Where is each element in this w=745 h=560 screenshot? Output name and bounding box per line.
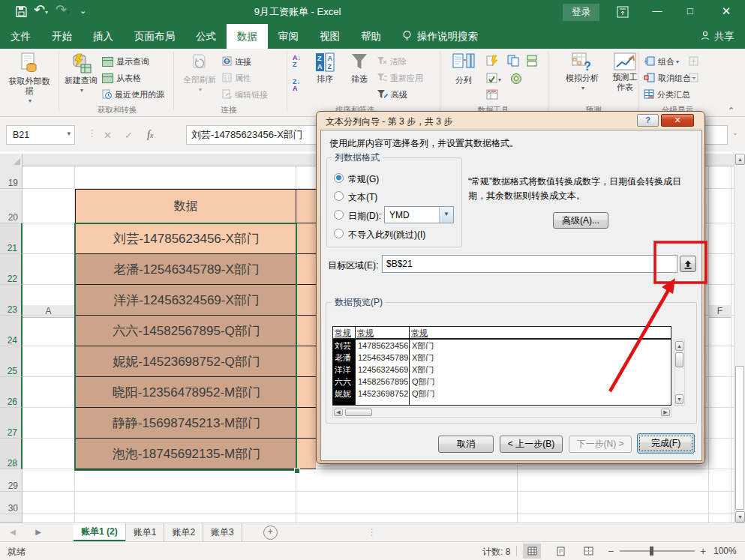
cell-b23[interactable]: 洋洋-12456324569-X部门 <box>76 285 297 316</box>
zoom-slider-thumb[interactable] <box>650 547 653 556</box>
scroll-up-icon[interactable]: ▲ <box>735 154 745 165</box>
fill-handle[interactable] <box>294 468 300 474</box>
preview-vscroll-thumb[interactable] <box>675 352 683 367</box>
filter-button[interactable]: 筛选 <box>345 52 374 84</box>
maximize-button[interactable]: □ <box>675 0 705 24</box>
tab-help[interactable]: 帮助 <box>350 24 392 49</box>
vertical-scroll-thumb[interactable] <box>735 366 744 510</box>
preview-col2-format[interactable]: 常规 <box>357 327 374 339</box>
radio-text-label[interactable]: 文本(T) <box>348 191 377 204</box>
scroll-down-icon[interactable]: ▼ <box>735 511 745 523</box>
ribbon-display-options-icon[interactable] <box>617 6 629 21</box>
radio-text[interactable] <box>334 191 344 201</box>
cell-b25[interactable]: 妮妮-14523698752-Q部门 <box>76 346 297 377</box>
radio-date[interactable] <box>334 210 344 220</box>
preview-vertical-scrollbar[interactable]: ▲ ▼ <box>674 340 685 406</box>
insert-function-icon[interactable]: fx <box>147 129 153 141</box>
cell-c20-sliver[interactable] <box>296 189 316 223</box>
subtotal-button[interactable]: 分类汇总 <box>644 87 690 102</box>
collapse-ribbon-chevron-icon[interactable]: ⌃ <box>728 106 734 115</box>
group-button[interactable]: 组合▾ <box>644 54 679 69</box>
manage-data-model-icon[interactable] <box>486 89 498 103</box>
radio-general-label[interactable]: 常规(G) <box>348 173 379 186</box>
dialog-help-button[interactable]: ? <box>637 114 659 127</box>
preview-scroll-left-icon[interactable]: ◀ <box>334 409 343 416</box>
show-queries-button[interactable]: 显示查询 <box>102 54 149 69</box>
sheet-tab-bill1-2[interactable]: 账单1 (2) <box>74 523 125 541</box>
tab-insert[interactable]: 插入 <box>83 24 124 49</box>
dropdown-arrow-icon[interactable]: ▼ <box>439 207 453 223</box>
collapse-dialog-button[interactable] <box>680 256 696 272</box>
new-sheet-button[interactable]: + <box>263 526 278 540</box>
cell-b21[interactable]: 刘芸-14785623456-X部门 <box>76 223 297 254</box>
destination-input[interactable] <box>382 255 677 273</box>
close-button[interactable]: ✕ <box>711 0 741 24</box>
zoom-slider-track[interactable] <box>620 550 695 552</box>
select-all-corner[interactable] <box>0 154 23 166</box>
tell-me-search[interactable]: 操作说明搜索 <box>392 24 488 49</box>
tab-data[interactable]: 数据 <box>227 24 268 49</box>
zoom-level[interactable]: 100% <box>713 546 737 556</box>
tab-file[interactable]: 文件 <box>0 24 41 49</box>
advanced-filter-button[interactable]: 高级 <box>377 87 407 102</box>
back-button[interactable]: < 上一步(B) <box>500 436 563 453</box>
sort-button[interactable]: ZAAZ 排序 <box>309 52 341 84</box>
remove-duplicates-icon[interactable] <box>507 55 519 70</box>
ungroup-button[interactable]: 取消组合▾ <box>644 70 695 85</box>
cell-b28[interactable]: 泡泡-18745692135-M部门 <box>76 439 297 469</box>
sort-desc-button[interactable]: Z↓A <box>293 79 300 92</box>
data-validation-icon[interactable]: ▾ <box>486 73 504 88</box>
preview-table[interactable]: 常规 常规 常规 刘芸 老潘 洋洋 六六 妮妮 14785623456 1254… <box>332 326 671 406</box>
name-box-dropdown-icon[interactable]: ▾ <box>67 130 71 137</box>
tab-home[interactable]: 开始 <box>41 24 83 49</box>
get-external-data-button[interactable]: 获取外部数据▾ <box>6 52 53 106</box>
row-header-19[interactable]: 19 <box>0 166 23 189</box>
row-header-24[interactable]: 24 <box>0 316 23 346</box>
radio-skip-label[interactable]: 不导入此列(跳过)(I) <box>348 229 425 241</box>
sheet-tab-bill1[interactable]: 账单1 <box>125 523 164 541</box>
login-button[interactable]: 登录 <box>563 4 599 21</box>
share-button[interactable]: 共享 <box>690 24 745 49</box>
row-header-27[interactable]: 27 <box>0 408 23 439</box>
view-page-layout-button[interactable] <box>551 544 569 559</box>
tab-page-layout[interactable]: 页面布局 <box>124 24 185 49</box>
preview-horizontal-scrollbar[interactable]: ◀ ▶ <box>332 407 671 418</box>
preview-scroll-right-icon[interactable]: ▶ <box>661 409 670 416</box>
radio-skip-column[interactable] <box>334 229 344 238</box>
row-header-25[interactable]: 25 <box>0 346 23 377</box>
preview-hscroll-thumb[interactable] <box>345 409 372 416</box>
view-page-break-button[interactable] <box>579 544 597 559</box>
relationships-icon[interactable] <box>510 73 522 88</box>
radio-date-label[interactable]: 日期(D): <box>348 210 381 223</box>
row-header-26[interactable]: 26 <box>0 377 23 408</box>
sort-asc-button[interactable]: A↓Z <box>293 55 301 68</box>
preview-scroll-down-icon[interactable]: ▼ <box>675 394 683 404</box>
flash-fill-icon[interactable] <box>486 55 498 70</box>
column-header-a[interactable]: A <box>23 305 75 318</box>
cell-c21-c28-sliver[interactable] <box>296 223 316 469</box>
sheet-tab-bill2[interactable]: 账单2 <box>164 523 203 541</box>
zoom-out-button[interactable]: − <box>608 545 614 557</box>
text-to-columns-button[interactable]: 分列 <box>447 52 480 85</box>
cancel-button[interactable]: 取消 <box>438 436 494 453</box>
row-header-28[interactable]: 28 <box>0 439 23 469</box>
row-header-30[interactable]: 30 <box>0 492 23 514</box>
advanced-button[interactable]: 高级(A)... <box>553 212 608 229</box>
row-header-29[interactable]: 29 <box>0 469 23 492</box>
sheet-nav-right-icon[interactable]: ▶ <box>26 523 51 541</box>
row-header-22[interactable]: 22 <box>0 254 23 285</box>
dialog-close-button[interactable]: ✕ <box>661 114 694 127</box>
cell-b26[interactable]: 晓阳-12356478952-M部门 <box>76 377 297 408</box>
cell-b27[interactable]: 静静-15698745213-M部门 <box>76 408 297 439</box>
row-header-21[interactable]: 21 <box>0 223 23 254</box>
cell-b20-header[interactable]: 数据 <box>75 189 296 223</box>
consolidate-icon[interactable] <box>527 55 537 70</box>
minimize-button[interactable]: — <box>642 0 672 24</box>
name-box[interactable]: B21 ▾ <box>6 125 75 145</box>
row-header-23[interactable]: 23 <box>0 285 23 316</box>
row-header-20[interactable]: 20 <box>0 189 23 223</box>
preview-col3-format[interactable]: 常规 <box>411 327 428 339</box>
finish-button[interactable]: 完成(F) <box>637 433 695 454</box>
new-query-button[interactable]: 新建查询▾ <box>65 52 98 95</box>
connections-button[interactable]: 连接 <box>222 54 251 69</box>
